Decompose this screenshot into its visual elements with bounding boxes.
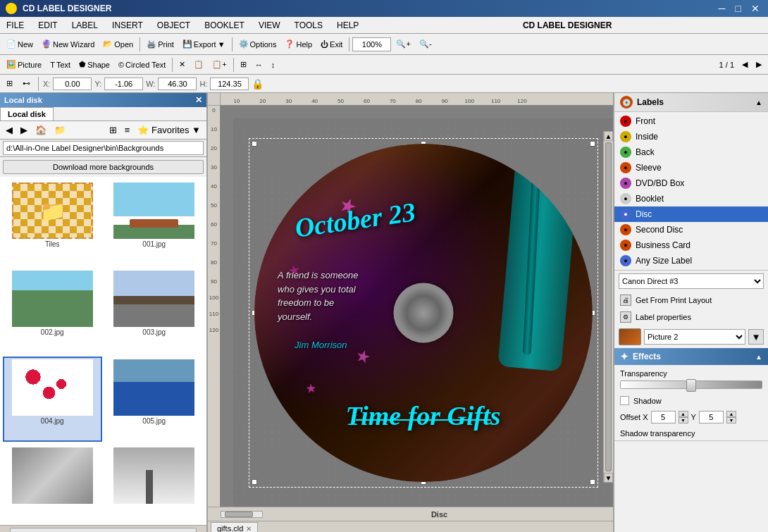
list-item[interactable]: 005.jpg	[105, 357, 204, 442]
label-item-front[interactable]: ● Front	[614, 113, 768, 129]
label-item-disc[interactable]: ● Disc	[614, 206, 768, 222]
labels-section-header[interactable]: 💿 Labels ▲	[614, 93, 768, 112]
offset-x-up-button[interactable]: ▲	[679, 411, 688, 417]
offset-x-down-button[interactable]: ▼	[679, 417, 688, 423]
panel-close-button[interactable]: ✕	[195, 95, 202, 105]
effects-collapse-button[interactable]: ▲	[755, 353, 762, 361]
list-item[interactable]	[3, 445, 102, 522]
snap-button[interactable]: ⊷	[19, 77, 34, 90]
help-button[interactable]: ❓ Help	[281, 37, 316, 51]
scroll-up-button[interactable]: ▲	[604, 131, 613, 141]
y-input[interactable]	[104, 78, 143, 90]
canvas-footer: Disc	[208, 507, 613, 521]
label-properties-button[interactable]: ⚙ Label properties	[614, 309, 768, 326]
nav-up-button[interactable]: 🏠	[32, 123, 49, 137]
options-button[interactable]: ⚙️ Options	[235, 37, 280, 51]
h-scrollbar-thumb[interactable]	[221, 511, 263, 518]
label-item-business-card[interactable]: ● Business Card	[614, 237, 768, 253]
scroll-thumb-v[interactable]	[605, 142, 612, 471]
left-panel-scrollbar[interactable]	[0, 525, 206, 532]
menu-tools[interactable]: TOOLS	[292, 19, 326, 32]
menu-object[interactable]: OBJECT	[154, 19, 193, 32]
list-item[interactable]: 003.jpg	[105, 268, 204, 353]
flip-h-button[interactable]: ↔	[252, 58, 266, 71]
transparency-slider[interactable]	[620, 381, 762, 389]
menu-file[interactable]: FILE	[4, 19, 27, 32]
shape-tool-button[interactable]: ⬟ Shape	[75, 58, 113, 71]
delete-button[interactable]: ✕	[175, 58, 189, 71]
labels-collapse-button[interactable]: ▲	[755, 99, 762, 106]
offset-y-up-button[interactable]: ▲	[726, 411, 736, 417]
nav-home-button[interactable]: 📁	[51, 123, 68, 137]
close-button[interactable]: ✕	[748, 3, 762, 14]
view-toggle-button[interactable]: ⊞	[106, 123, 120, 137]
x-input[interactable]	[53, 78, 92, 90]
path-input[interactable]	[3, 141, 204, 155]
menu-help[interactable]: HELP	[334, 19, 361, 32]
picture-tool-button[interactable]: 🖼️ Picture	[3, 58, 45, 71]
label-item-second-disc[interactable]: ● Second Disc	[614, 222, 768, 237]
file-tab-close-button[interactable]: ✕	[246, 525, 252, 533]
menu-label[interactable]: LABEL	[69, 19, 101, 32]
nav-forward-button[interactable]: ▶	[18, 123, 30, 137]
new-button[interactable]: 📄 New	[3, 37, 37, 51]
menu-edit[interactable]: EDIT	[35, 19, 60, 32]
menu-view[interactable]: VIEW	[256, 19, 283, 32]
paste-button[interactable]: 📋+	[209, 58, 230, 71]
picture-dropdown-button[interactable]: ▼	[748, 329, 764, 345]
nav-back-button[interactable]: ◀	[3, 123, 16, 137]
scroll-thumb-h[interactable]	[225, 512, 253, 517]
menu-insert[interactable]: INSERT	[109, 19, 146, 32]
copy-button[interactable]: 📋	[190, 58, 207, 71]
minimize-button[interactable]: ─	[716, 3, 729, 14]
menu-booklet[interactable]: BOOKLET	[202, 19, 247, 32]
zoom-in-button[interactable]: 🔍+	[392, 37, 414, 51]
list-item[interactable]: 002.jpg	[3, 268, 102, 353]
w-input[interactable]	[158, 78, 197, 90]
file-tab[interactable]: gifts.cld ✕	[211, 522, 258, 532]
label-item-inside[interactable]: ● Inside	[614, 129, 768, 144]
flip-v-button[interactable]: ↕	[268, 58, 279, 71]
wizard-button[interactable]: 🔮 New Wizard	[38, 37, 98, 51]
offset-y-down-button[interactable]: ▼	[726, 417, 736, 423]
download-backgrounds-button[interactable]: Download more backgrounds	[3, 160, 204, 174]
favorites-button[interactable]: ⭐ Favorites ▼	[135, 123, 204, 137]
zoom-out-button[interactable]: 🔍-	[416, 37, 435, 51]
export-button[interactable]: 💾 Export ▼	[179, 37, 229, 51]
picture-select[interactable]: Picture 2	[644, 329, 745, 345]
slider-thumb[interactable]	[686, 379, 696, 392]
list-item[interactable]: 001.jpg	[105, 180, 204, 265]
prev-page-button[interactable]: ◀	[738, 58, 751, 71]
h-input[interactable]	[210, 78, 249, 90]
next-page-button[interactable]: ▶	[752, 58, 765, 71]
grid-button[interactable]: ⊞	[3, 77, 16, 90]
printer-select[interactable]: Canon Direct #3	[619, 273, 764, 289]
offset-y-input[interactable]	[699, 411, 724, 423]
open-button[interactable]: 📂 Open	[99, 37, 137, 51]
label-item-back[interactable]: ● Back	[614, 144, 768, 160]
exit-button[interactable]: ⏻ Exit	[317, 38, 346, 51]
print-button[interactable]: 🖨️ Print	[143, 37, 178, 51]
list-item[interactable]	[105, 445, 204, 522]
text-tool-button[interactable]: T Text	[47, 58, 74, 71]
list-view-button[interactable]: ≡	[122, 123, 133, 137]
label-item-booklet[interactable]: ● Booklet	[614, 191, 768, 206]
effects-section-header[interactable]: ✦ Effects ▲	[614, 348, 768, 365]
tab-local-disk[interactable]: Local disk	[0, 107, 54, 120]
get-from-print-button[interactable]: 🖨 Get From Print Layout	[614, 292, 768, 309]
zoom-input[interactable]	[352, 37, 391, 51]
shadow-checkbox[interactable]	[620, 396, 629, 405]
label-item-dvdbox[interactable]: ● DVD/BD Box	[614, 175, 768, 191]
scroll-down-button[interactable]: ▼	[604, 473, 613, 483]
list-item[interactable]: 004.jpg	[3, 357, 102, 442]
canvas-area[interactable]: ★ ★ ★ ★ October 23 A friend is someonewh…	[233, 118, 613, 507]
label-item-any-size[interactable]: ● Any Size Label	[614, 253, 768, 268]
label-item-sleeve[interactable]: ● Sleeve	[614, 160, 768, 175]
canvas-scrollbar-v[interactable]: ▲ ▼	[603, 131, 613, 483]
maximize-button[interactable]: □	[733, 3, 744, 14]
print-label: Print	[158, 40, 174, 49]
align-button[interactable]: ⊞	[237, 58, 250, 71]
list-item[interactable]: 📁 Tiles	[3, 180, 102, 265]
offset-x-input[interactable]	[651, 411, 676, 423]
circled-text-tool-button[interactable]: © Circled Text	[115, 58, 169, 71]
